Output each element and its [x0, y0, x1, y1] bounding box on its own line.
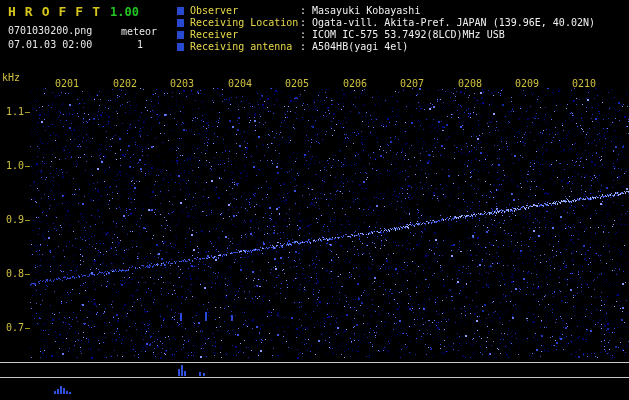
time-axis-label: 0209 [511, 78, 543, 89]
time-axis-label: 0204 [224, 78, 256, 89]
mode-label: meteor [121, 26, 157, 37]
app-title-letter: H [8, 4, 16, 19]
time-axis-label: 0202 [109, 78, 141, 89]
output-filename: 0701030200.png [8, 25, 92, 36]
info-bullet-icon [177, 19, 184, 27]
info-label-observer: Observer [190, 5, 300, 16]
freq-axis-label: 1.1 [0, 106, 24, 117]
level-strip-bottom-border [0, 377, 629, 378]
freq-axis-label: 0.7 [0, 322, 24, 333]
freq-unit-label: kHz [2, 72, 20, 83]
info-separator: : [300, 41, 306, 52]
observation-datetime: 07.01.03 02:00 [8, 39, 92, 50]
time-axis-label: 0206 [339, 78, 371, 89]
meteor-count: 1 [137, 39, 143, 50]
app-title-letter: F [58, 4, 66, 19]
freq-axis-label: 0.9 [0, 214, 24, 225]
info-bullet-icon [177, 31, 184, 39]
info-row-location: Receiving Location : Ogata-vill. Akita-P… [177, 17, 595, 28]
info-value-receiver: ICOM IC-575 53.7492(8LCD)MHz USB [312, 29, 505, 40]
time-axis-label: 0203 [166, 78, 198, 89]
time-axis-label: 0205 [281, 78, 313, 89]
info-row-receiver: Receiver : ICOM IC-575 53.7492(8LCD)MHz … [177, 29, 505, 40]
info-value-antenna: A504HB(yagi 4el) [312, 41, 408, 52]
info-separator: : [300, 5, 306, 16]
info-row-observer: Observer : Masayuki Kobayashi [177, 5, 420, 16]
hrofft-window: HROFFT1.00 0701030200.png meteor 1 07.01… [0, 0, 629, 400]
info-separator: : [300, 17, 306, 28]
time-axis-label: 0207 [396, 78, 428, 89]
info-label-receiver: Receiver [190, 29, 300, 40]
time-axis-label: 0201 [51, 78, 83, 89]
time-axis-label: 0208 [454, 78, 486, 89]
info-bullet-icon [177, 43, 184, 51]
level-strip-top-border [0, 362, 629, 363]
freq-axis-label: 1.0 [0, 160, 24, 171]
info-separator: : [300, 29, 306, 40]
freq-axis-label: 0.8 [0, 268, 24, 279]
info-row-antenna: Receiving antenna : A504HB(yagi 4el) [177, 41, 408, 52]
time-axis-label: 0210 [568, 78, 600, 89]
info-label-location: Receiving Location [190, 17, 300, 28]
app-title-letter: O [42, 4, 50, 19]
app-title-letter: F [75, 4, 83, 19]
spectrogram-canvas [0, 0, 629, 400]
info-value-location: Ogata-vill. Akita-Pref. JAPAN (139.96E, … [312, 17, 595, 28]
info-value-observer: Masayuki Kobayashi [312, 5, 420, 16]
app-title-letter: R [25, 4, 33, 19]
app-title: HROFFT1.00 [8, 4, 139, 19]
app-version: 1.00 [110, 5, 139, 19]
app-title-letter: T [92, 4, 100, 19]
info-label-antenna: Receiving antenna [190, 41, 300, 52]
info-bullet-icon [177, 7, 184, 15]
